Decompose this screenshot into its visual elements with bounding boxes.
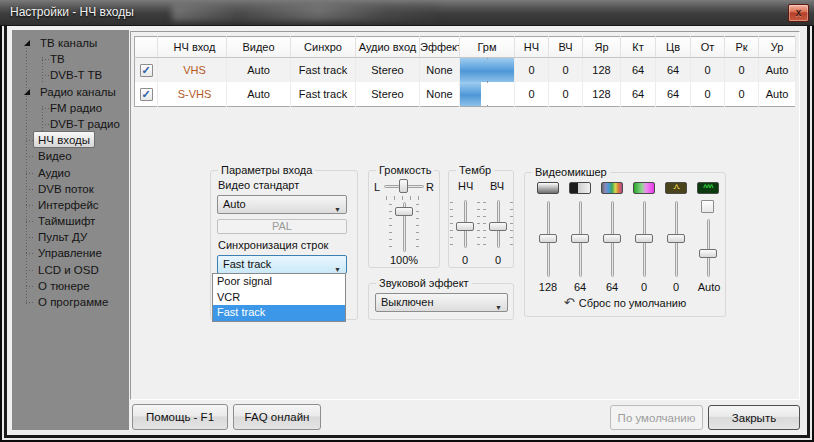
selected-item-highlight[interactable]: НЧ входы xyxy=(33,131,95,148)
titlebar: Настройки - НЧ входы x xyxy=(0,0,814,26)
settings-tree: ТВ каналы ТВ DVB-T ТВ Радио каналы FM ра… xyxy=(12,35,129,310)
tree-expander-icon[interactable] xyxy=(24,40,30,46)
group-legend: Тембр xyxy=(456,164,494,176)
sync-label: Синхронизация строк xyxy=(218,239,328,251)
col-sync: Синхро xyxy=(291,37,356,58)
bass-label: НЧ xyxy=(458,180,473,192)
sidebar-item-video[interactable]: Видео xyxy=(12,148,129,164)
slider-thumb[interactable] xyxy=(635,234,653,243)
slider-thumb[interactable] xyxy=(603,234,621,243)
sidebar-item-dvbt-radio[interactable]: DVB-T радио xyxy=(12,116,129,132)
cell-treble: 0 xyxy=(549,82,583,107)
cell-sync: Fast track xyxy=(291,58,356,83)
help-button[interactable]: Помощь - F1 xyxy=(132,404,228,430)
sharpness-slider[interactable] xyxy=(667,201,685,277)
sidebar-item-tv[interactable]: ТВ xyxy=(12,51,129,67)
sync-select[interactable]: Fast track ▼ xyxy=(217,255,347,274)
sidebar-item-dvbt-tv[interactable]: DVB-T ТВ xyxy=(12,67,129,83)
window-frame-inner: ТВ каналы ТВ DVB-T ТВ Радио каналы FM ра… xyxy=(4,26,810,438)
slider-thumb[interactable] xyxy=(456,222,474,231)
cell-brightness: 128 xyxy=(583,82,621,107)
brightness-icon xyxy=(537,182,559,194)
cell-color: 64 xyxy=(656,58,691,83)
col-bass: НЧ xyxy=(515,37,549,58)
col-audio-input: Аудио вход xyxy=(356,37,420,58)
volume-progressbar xyxy=(460,58,514,83)
slider-thumb[interactable] xyxy=(699,249,717,258)
cell-audio: Stereo xyxy=(356,58,420,83)
volume-value: 100% xyxy=(369,254,439,266)
defaults-button[interactable]: По умолчанию xyxy=(610,405,703,430)
sound-effect-select[interactable]: Выключен ▼ xyxy=(375,293,508,312)
tree-expander-icon[interactable] xyxy=(24,89,30,95)
faq-online-button[interactable]: FAQ онлайн xyxy=(233,404,321,430)
col-hue: От xyxy=(691,37,725,58)
dropdown-option-poor-signal[interactable]: Poor signal xyxy=(213,274,345,290)
close-icon[interactable]: x xyxy=(788,4,809,22)
reset-defaults-link[interactable]: ↶Сброс по умолчанию xyxy=(525,295,725,310)
balance-right-label: R xyxy=(426,181,434,193)
col-lf-input: НЧ вход xyxy=(158,37,227,58)
bass-slider[interactable] xyxy=(456,200,474,248)
sidebar-item-remote-control[interactable]: Пульт ДУ xyxy=(12,229,129,245)
hue-slider[interactable] xyxy=(635,201,653,277)
sidebar-item-tv-channels[interactable]: ТВ каналы xyxy=(12,35,129,51)
sidebar-item-about-program[interactable]: О программе xyxy=(12,294,129,310)
slider-thumb[interactable] xyxy=(395,207,413,216)
hue-icon xyxy=(633,182,655,194)
video-standard-select[interactable]: Auto ▼ xyxy=(217,195,347,214)
video-standard-label: Видео стандарт xyxy=(218,179,299,191)
cell-contrast: 64 xyxy=(621,58,656,83)
table-row-svhs[interactable]: ✓ S-VHS Auto Fast track Stereo None 0 0 … xyxy=(135,82,796,107)
sidebar-item-dvb-stream[interactable]: DVB поток xyxy=(12,181,129,197)
slider-thumb[interactable] xyxy=(539,234,557,243)
level-slider[interactable] xyxy=(699,219,717,277)
dropdown-option-fast-track[interactable]: Fast track xyxy=(213,305,345,321)
sidebar-item-management[interactable]: Управление xyxy=(12,245,129,261)
undo-arrow-icon: ↶ xyxy=(564,295,575,310)
auto-level-checkbox[interactable] xyxy=(701,200,714,213)
sidebar-item-lcd-osd[interactable]: LCD и OSD xyxy=(12,262,129,278)
slider-thumb[interactable] xyxy=(489,222,507,231)
group-legend: Громкость xyxy=(376,164,434,176)
volume-slider[interactable] xyxy=(395,202,413,252)
slider-track[interactable] xyxy=(707,219,710,277)
slider-thumb[interactable] xyxy=(667,234,685,243)
sidebar-item-lf-inputs[interactable]: НЧ входы xyxy=(12,132,129,148)
slider-thumb[interactable] xyxy=(399,179,408,193)
sidebar-item-about-tuner[interactable]: О тюнере xyxy=(12,278,129,294)
cell-sync: Fast track xyxy=(291,82,356,107)
col-brightness: Яр xyxy=(583,37,621,58)
sidebar-item-timeshift[interactable]: Таймшифт xyxy=(12,213,129,229)
sidebar-item-audio[interactable]: Аудио xyxy=(12,165,129,181)
cell-bass: 0 xyxy=(515,58,549,83)
balance-slider[interactable] xyxy=(384,179,424,193)
sidebar-item-fm-radio[interactable]: FM радио xyxy=(12,100,129,116)
treble-label: ВЧ xyxy=(490,180,504,192)
settings-tree-sidebar: ТВ каналы ТВ DVB-T ТВ Радио каналы FM ра… xyxy=(12,30,129,430)
cell-level: Auto xyxy=(759,82,796,107)
cell-audio: Stereo xyxy=(356,82,420,107)
cell-contrast: 64 xyxy=(621,82,656,107)
close-button[interactable]: Закрыть xyxy=(708,405,800,430)
contrast-slider[interactable] xyxy=(571,201,589,277)
balance-left-label: L xyxy=(374,181,380,193)
input-name: S-VHS xyxy=(158,82,227,107)
sidebar-item-radio-channels[interactable]: Радио каналы xyxy=(12,84,129,100)
hue-value: 0 xyxy=(629,281,659,293)
slider-thumb[interactable] xyxy=(571,234,589,243)
dropdown-option-vcr[interactable]: VCR xyxy=(213,290,345,306)
treble-value: 0 xyxy=(486,254,510,266)
video-standard-value: Auto xyxy=(223,198,246,210)
sidebar-item-interface[interactable]: Интерфейс xyxy=(12,197,129,213)
sharpness-value: 0 xyxy=(661,281,691,293)
brightness-slider[interactable] xyxy=(539,201,557,277)
row-checkbox[interactable]: ✓ xyxy=(140,64,153,77)
settings-window: Настройки - НЧ входы x ТВ каналы ТВ xyxy=(0,0,814,442)
saturation-slider[interactable] xyxy=(603,201,621,277)
table-row-vhs[interactable]: ✓ VHS Auto Fast track Stereo None 0 0 12… xyxy=(135,58,796,83)
row-checkbox[interactable]: ✓ xyxy=(140,88,153,101)
video-mixer-group: Видеомикшер 128 xyxy=(524,172,726,317)
saturation-value: 64 xyxy=(597,281,627,293)
treble-slider[interactable] xyxy=(489,200,507,248)
